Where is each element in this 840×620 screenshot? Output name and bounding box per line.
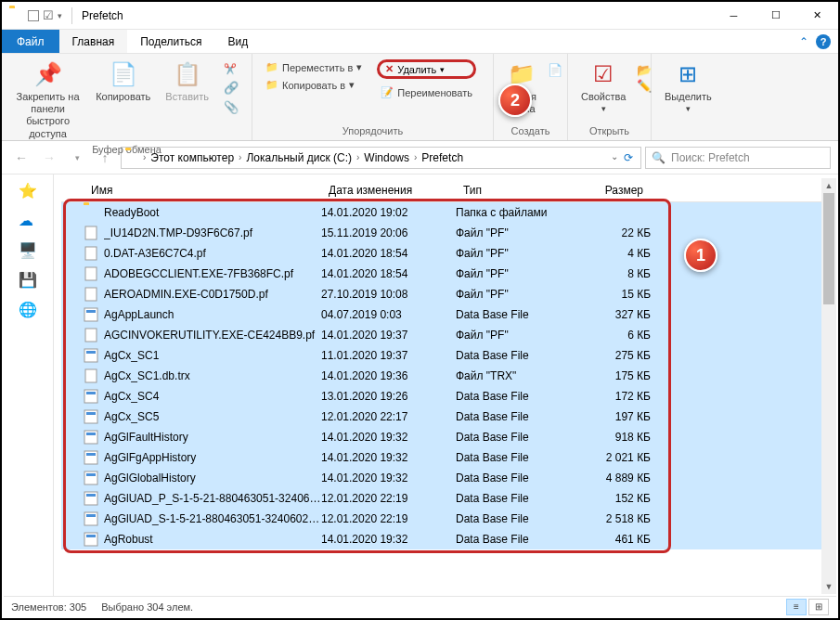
svg-rect-21	[86, 494, 96, 497]
drive-icon[interactable]: 💾	[19, 271, 37, 286]
file-row[interactable]: AgGlUAD_S-1-5-21-880463051-32406021...12…	[61, 509, 831, 529]
search-input[interactable]: 🔍 Поиск: Prefetch	[645, 147, 831, 169]
svg-rect-3	[85, 288, 97, 301]
tab-share[interactable]: Поделиться	[127, 30, 214, 53]
select-button[interactable]: ⊞ Выделить ▾	[661, 58, 716, 115]
file-type: Data Base File	[456, 349, 576, 362]
file-date: 14.01.2020 19:32	[321, 533, 456, 546]
pin-to-quick-access-button[interactable]: 📌 Закрепить на панели быстрого доступа	[11, 58, 84, 142]
cut-button[interactable]: ✂️	[220, 61, 242, 77]
file-row[interactable]: AgGlGlobalHistory14.01.2020 19:32Data Ba…	[61, 468, 831, 488]
open-icon[interactable]: 📂	[637, 63, 652, 77]
breadcrumb-item[interactable]: Prefetch	[420, 151, 465, 164]
file-row[interactable]: AgGlFgAppHistory14.01.2020 19:32Data Bas…	[61, 447, 831, 468]
scrollbar-vertical[interactable]: ▲ ▼	[821, 178, 836, 594]
properties-button[interactable]: ☑ Свойства ▾	[577, 58, 629, 115]
file-name: AgRobust	[104, 533, 321, 546]
paste-button[interactable]: 📋 Вставить	[162, 58, 213, 104]
file-size: 197 КБ	[576, 410, 651, 423]
maximize-button[interactable]: ☐	[755, 2, 796, 30]
file-row[interactable]: AEROADMIN.EXE-C0D1750D.pf27.10.2019 10:0…	[61, 284, 831, 304]
svg-rect-15	[86, 433, 96, 435]
file-row[interactable]: ReadyBoot14.01.2020 19:02Папка с файлами	[61, 202, 831, 223]
minimize-button[interactable]: ─	[713, 2, 755, 30]
pin-icon: 📌	[33, 59, 63, 89]
file-date: 14.01.2020 19:02	[321, 206, 456, 219]
scroll-down-icon[interactable]: ▼	[821, 579, 836, 594]
new-item-icon[interactable]: 📄	[548, 63, 562, 77]
file-type: Data Base File	[456, 492, 576, 505]
nav-forward-button[interactable]: →	[37, 146, 61, 170]
status-bar: Элементов: 305 Выбрано 304 элем. ≡ ⊞	[4, 596, 836, 616]
col-type[interactable]: Тип	[456, 184, 576, 197]
file-row[interactable]: _IU14D2N.TMP-D93F6C67.pf15.11.2019 20:06…	[61, 223, 831, 243]
icons-view-button[interactable]: ⊞	[808, 599, 829, 615]
copy-path-button[interactable]: 🔗	[220, 79, 242, 97]
delete-button[interactable]: ✕ Удалить ▾	[377, 59, 476, 79]
qat-item[interactable]	[28, 10, 39, 21]
chevron-right-icon[interactable]: ›	[354, 152, 362, 162]
network-icon[interactable]: 🌐	[19, 301, 37, 316]
col-date[interactable]: Дата изменения	[321, 184, 456, 197]
edit-icon[interactable]: ✏️	[637, 79, 652, 93]
navigation-pane[interactable]: ⭐ ☁ 🖥️ 💾 🌐	[2, 174, 54, 601]
qat-dropdown-icon[interactable]: ▾	[58, 11, 62, 20]
file-row[interactable]: ADOBEGCCLIENT.EXE-7FB368FC.pf14.01.2020 …	[61, 264, 831, 284]
group-label: Создать	[503, 123, 558, 138]
ribbon: 📌 Закрепить на панели быстрого доступа 📄…	[2, 54, 838, 141]
col-name[interactable]: Имя	[61, 184, 321, 197]
cut-icon: ✂️	[224, 63, 237, 75]
file-row[interactable]: AgCx_SC413.01.2020 19:26Data Base File17…	[61, 386, 831, 407]
file-row[interactable]: AgRobust14.01.2020 19:32Data Base File46…	[61, 529, 831, 549]
chevron-right-icon[interactable]: ›	[411, 152, 420, 162]
file-icon	[84, 430, 98, 445]
this-pc-icon[interactable]: 🖥️	[19, 241, 37, 256]
file-type: Файл "TRX"	[456, 369, 576, 382]
file-name: AEROADMIN.EXE-C0D1750D.pf	[104, 288, 321, 301]
paste-shortcut-button[interactable]: 📎	[220, 98, 242, 116]
help-icon[interactable]: ?	[816, 34, 831, 49]
scroll-up-icon[interactable]: ▲	[821, 178, 836, 193]
details-view-button[interactable]: ≡	[786, 599, 807, 615]
move-icon: 📁	[265, 61, 278, 73]
qat-item-check[interactable]: ☑	[43, 8, 54, 22]
file-name: AgAppLaunch	[104, 308, 321, 321]
tab-home[interactable]: Главная	[59, 30, 128, 53]
rename-button[interactable]: 📝 Переименовать	[377, 84, 476, 100]
file-row[interactable]: AgCx_SC1.db.trx14.01.2020 19:36Файл "TRX…	[61, 366, 831, 386]
file-row[interactable]: AgAppLaunch04.07.2019 0:03Data Base File…	[61, 304, 831, 325]
file-size: 175 КБ	[576, 369, 651, 382]
file-row[interactable]: AgGlUAD_P_S-1-5-21-880463051-324060...12…	[61, 488, 831, 509]
move-to-button[interactable]: 📁 Переместить в ▾	[262, 59, 366, 75]
dropdown-icon[interactable]: ⌄	[611, 151, 618, 164]
file-size: 275 КБ	[576, 349, 651, 362]
qat: ☑ ▾	[2, 7, 78, 24]
refresh-icon[interactable]: ⟳	[624, 151, 633, 164]
svg-rect-1	[85, 247, 97, 260]
breadcrumb-item[interactable]: Windows	[362, 151, 411, 164]
scroll-thumb[interactable]	[823, 193, 834, 304]
quick-access-icon[interactable]: ⭐	[19, 182, 37, 197]
col-size[interactable]: Размер	[576, 184, 651, 197]
copy-to-button[interactable]: 📁 Копировать в ▾	[262, 77, 366, 93]
search-icon: 🔍	[652, 151, 666, 164]
onedrive-icon[interactable]: ☁	[19, 212, 37, 226]
svg-rect-23	[86, 514, 96, 517]
collapse-ribbon-icon[interactable]: ⌃	[799, 35, 808, 48]
file-date: 14.01.2020 19:32	[321, 431, 456, 444]
file-row[interactable]: AgCx_SC111.01.2020 19:37Data Base File27…	[61, 345, 831, 366]
copy-button[interactable]: 📄 Копировать	[92, 58, 154, 104]
file-row[interactable]: AgCx_SC512.01.2020 22:17Data Base File19…	[61, 407, 831, 427]
breadcrumb-item[interactable]: Локальный диск (C:)	[244, 151, 354, 164]
file-type: Data Base File	[456, 533, 576, 546]
file-row[interactable]: AgGlFaultHistory14.01.2020 19:32Data Bas…	[61, 427, 831, 447]
file-date: 13.01.2020 19:26	[321, 390, 456, 403]
file-size: 4 КБ	[576, 247, 651, 260]
file-type: Файл "PF"	[456, 226, 576, 239]
tab-view[interactable]: Вид	[214, 30, 261, 53]
file-date: 12.01.2020 22:19	[321, 512, 456, 525]
file-menu[interactable]: Файл	[2, 30, 59, 53]
file-row[interactable]: AGCINVOKERUTILITY.EXE-CE424BB9.pf14.01.2…	[61, 325, 831, 345]
file-name: AgGlFaultHistory	[104, 431, 321, 444]
close-button[interactable]: ✕	[796, 2, 838, 30]
